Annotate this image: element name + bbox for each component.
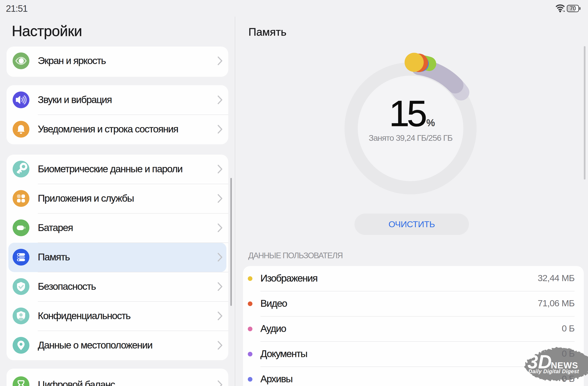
svg-text:Daily Digital Digest: Daily Digital Digest [528,368,579,374]
